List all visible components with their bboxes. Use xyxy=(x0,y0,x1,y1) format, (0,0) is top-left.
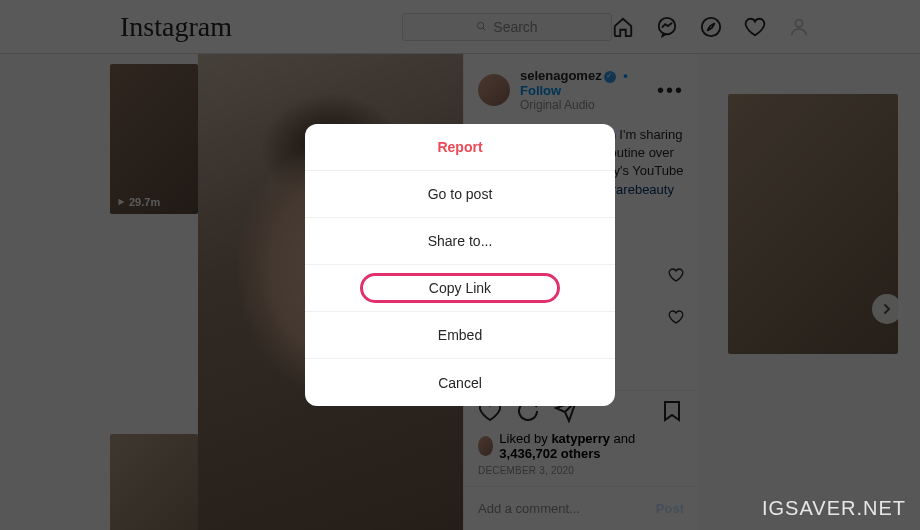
goto-post-button[interactable]: Go to post xyxy=(305,171,615,218)
watermark: IGSAVER.NET xyxy=(762,497,906,520)
report-button[interactable]: Report xyxy=(305,124,615,171)
embed-button[interactable]: Embed xyxy=(305,312,615,359)
options-menu: Report Go to post Share to... Copy Link … xyxy=(305,124,615,406)
share-to-button[interactable]: Share to... xyxy=(305,218,615,265)
copy-link-button[interactable]: Copy Link xyxy=(305,265,615,312)
cancel-button[interactable]: Cancel xyxy=(305,359,615,406)
highlight-annotation xyxy=(360,273,560,303)
